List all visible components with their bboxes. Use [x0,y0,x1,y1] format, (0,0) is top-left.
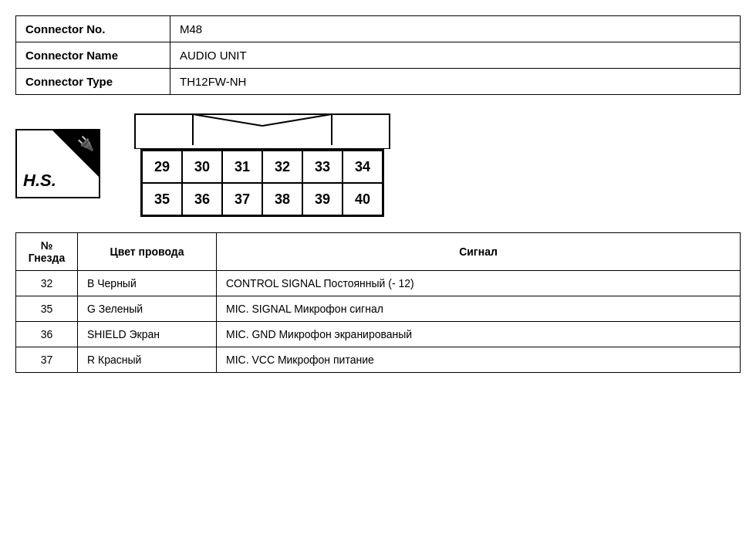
pin-cell: 36 [182,183,222,215]
signal-pin: 35 [16,296,78,322]
info-value: M48 [170,16,741,42]
pin-cell: 30 [182,151,222,183]
info-table: Connector No.M48Connector NameAUDIO UNIT… [15,15,741,95]
pin-cell: 35 [142,183,182,215]
signal-color: B Черный [78,271,217,296]
signal-description: MIC. SIGNAL Микрофон сигнал [217,296,741,322]
signal-color: SHIELD Экран [78,322,217,347]
pin-cell: 29 [142,151,182,183]
signal-pin: 36 [16,322,78,347]
signal-color: G Зеленый [78,296,217,322]
pin-cell: 32 [262,151,302,183]
info-value: AUDIO UNIT [170,42,741,69]
pin-grid: 293031323334 353637383940 [140,149,384,217]
svg-line-3 [193,114,262,126]
info-label: Connector No. [16,16,170,42]
th-wire-color: Цвет провода [78,233,217,271]
connector-top-housing [131,110,393,149]
svg-line-4 [262,114,332,126]
hs-icon: 🔌 [77,135,94,152]
signal-color: R Красный [78,347,217,373]
hs-badge: 🔌 H.S. [15,129,100,198]
hs-text: H.S. [23,171,56,191]
connector-diagram: 293031323334 353637383940 [131,110,393,217]
signal-table: №Гнезда Цвет провода Сигнал 32B ЧерныйCO… [15,232,741,373]
th-pin-no: №Гнезда [16,233,78,271]
info-label: Connector Name [16,42,170,69]
middle-section: 🔌 H.S. 293031323334 353637383940 [15,110,741,217]
pin-cell: 33 [302,151,343,183]
signal-pin: 32 [16,271,78,296]
pin-cell: 34 [343,151,383,183]
pin-cell: 31 [222,151,262,183]
signal-description: MIC. GND Микрофон экранированый [217,322,741,347]
top-pin-row: 293031323334 [142,151,383,183]
pin-cell: 38 [262,183,302,215]
bottom-pin-row: 353637383940 [142,183,383,215]
signal-description: CONTROL SIGNAL Постоянный (- 12) [217,271,741,296]
info-value: TH12FW-NH [170,69,741,95]
pin-cell: 37 [222,183,262,215]
pin-cell: 39 [302,183,343,215]
info-label: Connector Type [16,69,170,95]
svg-rect-0 [135,114,390,149]
th-signal: Сигнал [217,233,741,271]
pin-cell: 40 [343,183,383,215]
signal-description: MIC. VCC Микрофон питание [217,347,741,373]
signal-pin: 37 [16,347,78,373]
